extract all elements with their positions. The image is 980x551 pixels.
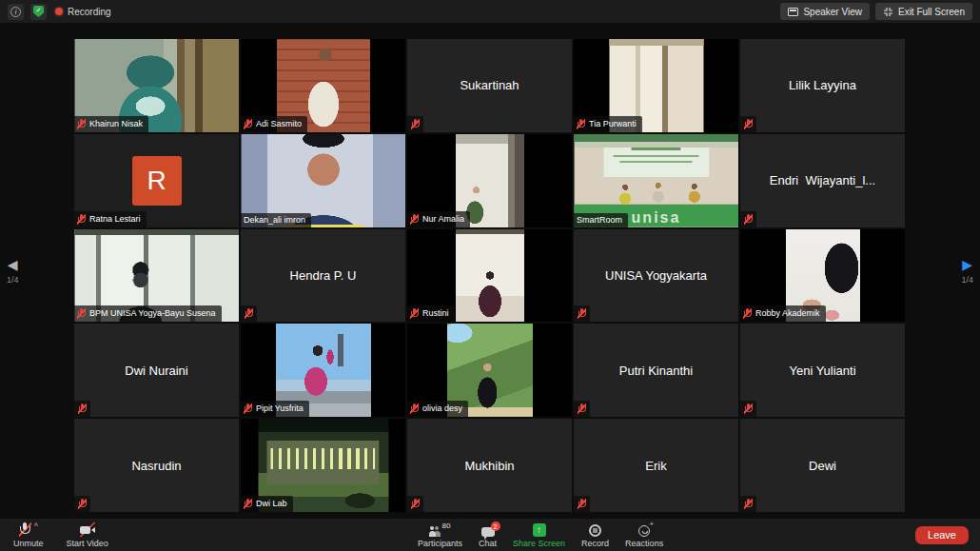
record-icon — [589, 524, 601, 537]
previous-page-control[interactable]: ◀ 1/4 — [7, 258, 19, 285]
start-video-label: Start Video — [67, 540, 108, 548]
participant-nameplate: Adi Sasmito — [241, 116, 307, 132]
participant-tile[interactable]: Pipit Yusfrita — [241, 324, 405, 417]
participant-tile[interactable]: Dekan_ali imron — [241, 134, 405, 227]
participant-nameplate — [574, 305, 590, 322]
unmute-button[interactable]: ^ Unmute — [11, 519, 46, 551]
exit-full-screen-button[interactable]: Exit Full Screen — [875, 3, 972, 20]
participant-tile[interactable]: Mukhibin — [407, 419, 572, 512]
speaker-view-button[interactable]: Speaker View — [780, 3, 870, 20]
participant-nameplate: SmartRoom — [574, 213, 628, 227]
participant-nameplate — [407, 116, 423, 132]
muted-mic-icon — [411, 499, 420, 509]
participant-nameplate — [740, 211, 756, 227]
participant-nameplate — [241, 305, 257, 322]
participant-tile[interactable]: Yeni Yulianti — [740, 324, 905, 417]
participant-tile[interactable]: Adi Sasmito — [241, 39, 405, 132]
next-page-control[interactable]: ▶ 1/4 — [961, 258, 973, 285]
shield-icon: ✓ — [33, 6, 44, 17]
participant-name: Dekan_ali imron — [244, 216, 305, 225]
muted-mic-icon — [578, 499, 586, 509]
participant-nameplate: Ratna Lestari — [74, 211, 147, 227]
participant-name: Erik — [574, 419, 738, 512]
previous-page-arrow-icon[interactable]: ◀ — [8, 258, 18, 271]
meeting-toolbar: ^ Unmute Start Video 80 Participants 2 — [0, 519, 980, 551]
share-screen-button[interactable]: ↑ Share Screen — [511, 519, 567, 551]
participant-tile[interactable]: Khairun Nisak — [74, 39, 239, 132]
exit-full-screen-label: Exit Full Screen — [898, 7, 965, 17]
participant-nameplate — [740, 401, 756, 417]
participant-name: Rustini — [422, 309, 449, 318]
muted-mic-icon — [411, 119, 420, 129]
participant-tile[interactable]: Putri Kinanthi — [574, 324, 738, 417]
security-button[interactable]: ✓ — [30, 4, 47, 20]
participant-tile[interactable]: Lilik Layyina — [740, 39, 905, 132]
next-page-arrow-icon[interactable]: ▶ — [962, 258, 972, 271]
muted-mic-icon — [77, 214, 86, 225]
participant-nameplate: olivia desy — [407, 401, 468, 417]
recording-label: Recording — [68, 7, 111, 17]
muted-mic-icon — [77, 308, 86, 319]
muted-mic-icon — [77, 119, 86, 129]
muted-mic-icon — [244, 119, 252, 129]
participant-tile-active-speaker[interactable]: unisa SmartRoom — [574, 134, 738, 227]
leave-button[interactable]: Leave — [915, 526, 969, 544]
audio-options-caret[interactable]: ^ — [34, 522, 38, 530]
participant-name: Adi Sasmito — [256, 120, 302, 128]
chat-unread-badge: 2 — [491, 521, 500, 531]
participant-tile[interactable]: olivia desy — [407, 324, 572, 417]
top-bar: i ✓ Recording Speaker View Exit Full Scr… — [0, 0, 980, 23]
participant-name: Pipit Yusfrita — [256, 404, 304, 413]
zoom-meeting-window: i ✓ Recording Speaker View Exit Full Scr… — [0, 0, 980, 551]
participant-tile[interactable]: Robby Akademik — [740, 229, 905, 323]
participant-name: Nasrudin — [74, 419, 239, 512]
reactions-icon — [638, 525, 650, 537]
participant-tile[interactable]: Nasrudin — [74, 419, 239, 512]
participant-nameplate: Dekan_ali imron — [241, 213, 311, 227]
muted-mic-icon — [744, 403, 753, 414]
muted-mic-icon — [578, 308, 586, 319]
participant-name: Yeni Yulianti — [740, 324, 905, 417]
participant-tile[interactable]: Dwi Lab — [241, 419, 405, 512]
participant-nameplate — [74, 496, 90, 512]
video-off-icon — [80, 522, 95, 537]
recording-dot-icon — [55, 8, 63, 15]
participant-tile[interactable]: Dewi — [740, 419, 905, 512]
muted-mic-icon — [244, 499, 252, 509]
participant-tile[interactable]: BPM UNISA Yogya-Bayu Susena — [74, 229, 239, 323]
participant-tile[interactable]: Dwi Nuraini — [74, 324, 239, 417]
participant-name: Robby Akademik — [755, 309, 820, 318]
participant-tile[interactable]: UNISA Yogyakarta — [574, 229, 738, 323]
speaker-view-label: Speaker View — [803, 7, 862, 17]
start-video-button[interactable]: Start Video — [65, 519, 110, 551]
participant-nameplate: Rustini — [407, 305, 455, 322]
muted-mic-icon — [78, 499, 87, 509]
participant-tile[interactable]: Tia Purwanti — [574, 39, 738, 132]
participant-tile[interactable]: R Ratna Lestari — [74, 134, 239, 227]
participant-tile[interactable]: Endri Wijayanti_l... — [740, 134, 905, 227]
participant-nameplate — [740, 116, 756, 132]
participant-nameplate: Dwi Lab — [241, 496, 293, 512]
muted-mic-icon — [245, 308, 253, 319]
chat-button[interactable]: 2 Chat — [477, 519, 499, 551]
participant-nameplate: Pipit Yusfrita — [241, 401, 309, 417]
participant-tile[interactable]: Erik — [574, 419, 738, 512]
participant-nameplate: Nur Amalia — [407, 211, 470, 227]
participant-tile[interactable]: Nur Amalia — [407, 134, 572, 227]
muted-mic-icon — [244, 403, 252, 414]
participant-tile[interactable]: Sukartinah — [407, 39, 572, 132]
participant-nameplate: Khairun Nisak — [74, 116, 148, 132]
reactions-button[interactable]: Reactions — [623, 519, 665, 551]
share-screen-label: Share Screen — [513, 540, 565, 548]
participants-button[interactable]: 80 Participants — [416, 519, 464, 551]
participant-tile[interactable]: Rustini — [407, 229, 572, 323]
next-page-number: 1/4 — [961, 275, 973, 285]
record-button[interactable]: Record — [579, 519, 611, 551]
participant-tile[interactable]: Hendra P. U — [241, 229, 405, 323]
meeting-info-button[interactable]: i — [8, 4, 24, 20]
participant-name: Nur Amalia — [422, 215, 464, 224]
participant-nameplate — [407, 496, 423, 512]
participant-nameplate: BPM UNISA Yogya-Bayu Susena — [74, 305, 222, 322]
muted-mic-icon — [744, 499, 753, 509]
info-icon: i — [10, 7, 21, 17]
